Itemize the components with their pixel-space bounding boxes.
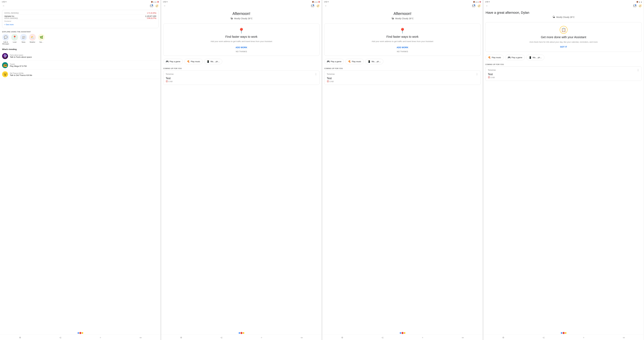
sys-nav-circle-left-1[interactable]: ⊙ <box>18 336 22 339</box>
back-button-4[interactable]: ← <box>485 4 488 8</box>
time-3: 1:52 <box>324 1 327 3</box>
stock-name-goog: Alphabet Inc. <box>4 15 18 17</box>
sys-nav-back-2[interactable]: ◁ <box>220 336 223 339</box>
coming-up-event-3: Test <box>327 77 478 80</box>
status-time-4: 1:50 <box>485 1 490 3</box>
weather-icon-2: 🌤 <box>230 17 233 20</box>
back-button-1[interactable]: ← <box>2 4 5 8</box>
sys-nav-back-4[interactable]: ◁ <box>542 336 545 339</box>
see-more-link[interactable]: + See more <box>4 23 156 27</box>
chip-play-music-2[interactable]: 🍕 Play music <box>184 59 202 64</box>
coming-up-header-2: Tomorrow ⋮ <box>166 73 317 76</box>
nav-icons-right-1: 🧭 <box>150 4 158 8</box>
back-button-2[interactable]: ← <box>163 4 166 8</box>
chip-phone-2[interactable]: 📱 Ma… ph… <box>204 59 222 64</box>
explore-calls[interactable]: 💬 Calls &Messages <box>2 34 9 45</box>
sys-nav-back-1[interactable]: ◁ <box>59 336 62 339</box>
status-dot-4 <box>489 1 490 2</box>
trending-text-space: Facts about space Talk to Facts about sp… <box>10 54 32 58</box>
panel-1: 1:52 🔕 ▲ ▲ 🎯 ← 🧭 <box>0 0 161 340</box>
trending-item-space[interactable]: 🔮 Facts about space Talk to Facts about … <box>0 52 161 61</box>
no-thanks-button-3[interactable]: NO THANKS <box>397 50 408 53</box>
chip-phone-4[interactable]: 📱 Ma… ph… <box>526 55 544 60</box>
g-dot-red-1 <box>79 332 82 334</box>
sys-nav-recents-4[interactable]: ▭ <box>622 336 625 339</box>
sys-nav-home-1[interactable]: ○ <box>99 336 102 339</box>
stock-row-goog: Alphabet Inc. GOOG (NASDAQ) 1,120.87 USD… <box>4 15 156 20</box>
chip-play-music-3[interactable]: 🍕 Play music <box>345 59 364 64</box>
explore-garden[interactable]: 🌿 Gar… <box>38 34 45 45</box>
chip-play-game-2[interactable]: 🎮 Play a game <box>163 59 183 64</box>
add-work-button-2[interactable]: ADD WORK <box>235 46 248 49</box>
assistant-card-desc: And check here for info about your day, … <box>530 41 598 44</box>
coming-up-menu-2[interactable]: ⋮ <box>315 73 317 76</box>
explore-weather[interactable]: ⛅ Weather <box>29 34 36 45</box>
g-dot-blue-4 <box>561 332 562 334</box>
trending-item-thanos[interactable]: 😵 Did Thanos Kill Me Talk to Did Thanos … <box>0 70 161 79</box>
compass-icon-1[interactable]: 🧭 <box>155 4 158 8</box>
inbox-icon-2[interactable] <box>311 4 314 8</box>
trending-thanos-title: Did Thanos Kill Me <box>10 72 32 74</box>
coming-up-header-3: Tomorrow ⋮ <box>327 73 478 76</box>
chip-phone-3[interactable]: 📱 Ma… ph… <box>365 59 383 64</box>
status-icons-4: 🔕 ▲ ▲ <box>636 1 642 3</box>
sys-nav-recents-3[interactable]: ▭ <box>461 336 464 339</box>
sys-nav-circle-left-4[interactable]: ⊙ <box>502 336 505 339</box>
status-dot-3 <box>328 1 328 2</box>
coming-up-event-2: Test <box>166 77 317 80</box>
coming-up-time-4: ⏰ 8 AM <box>488 77 639 79</box>
sys-nav-home-2[interactable]: ○ <box>260 336 263 339</box>
inbox-icon-3[interactable] <box>472 4 475 8</box>
add-work-button-3[interactable]: ADD WORK <box>396 46 409 49</box>
g-dot-yellow-3 <box>404 332 405 334</box>
status-dot-2 <box>166 1 168 2</box>
chip-game-icon-4: 🎮 <box>508 56 510 59</box>
svg-point-1 <box>152 5 153 6</box>
chip-music-label-4: Play music <box>492 56 501 59</box>
stock-row-googl: GOOGL (NASDAQ) 1.71 (0.15%) <box>4 12 156 15</box>
panel-3-content: Afternoon! 🌤 Mostly Cloudy 26°C 📍 Find f… <box>322 9 483 340</box>
g-dot-yellow-2 <box>243 332 244 334</box>
status-time-2: 1:52 <box>163 1 168 3</box>
no-thanks-button-2[interactable]: NO THANKS <box>236 50 247 53</box>
notif-off-icon: 🔕 <box>151 1 153 3</box>
chip-phone-label-3: Ma… ph… <box>372 60 381 63</box>
notif-off-icon-2: 🔕 <box>312 1 314 3</box>
panel-4-content: Have a great afternoon, Dylan 🌤 Mostly C… <box>483 9 644 340</box>
wifi-icon: ▲ <box>153 1 155 3</box>
sys-nav-home-3[interactable]: ○ <box>421 336 424 339</box>
sys-nav-home-4[interactable]: ○ <box>582 336 585 339</box>
disclaimer: Disclaimer <box>4 20 156 23</box>
sys-nav-circle-left-3[interactable]: ⊙ <box>341 336 344 339</box>
wifi-icon-2: ▲ <box>314 1 316 3</box>
sys-nav-recents-1[interactable]: ▭ <box>139 336 142 339</box>
chip-play-game-4[interactable]: 🎮 Play a game <box>505 55 525 60</box>
compass-icon-2[interactable]: 🧭 <box>316 4 320 8</box>
got-it-button[interactable]: GOT IT <box>560 45 568 49</box>
coming-up-menu-3[interactable]: ⋮ <box>476 73 478 76</box>
weather-text-4: Mostly Cloudy 26°C <box>556 16 575 18</box>
sys-nav-back-3[interactable]: ◁ <box>381 336 384 339</box>
compass-icon-4[interactable]: 🧭 <box>638 4 642 8</box>
explore-news[interactable]: 📰 News <box>20 34 27 45</box>
compass-icon-3[interactable]: 🧭 <box>478 4 481 8</box>
inbox-icon-1[interactable] <box>150 4 153 8</box>
sys-nav-recents-2[interactable]: ▭ <box>300 336 303 339</box>
explore-icons: 💬 Calls &Messages 📍 Local 📰 News ⛅ Weath… <box>0 34 161 47</box>
work-card-3: 📍 Find faster ways to work Add your work… <box>324 24 481 56</box>
back-button-3[interactable]: ← <box>324 4 328 8</box>
explore-news-label: News <box>22 41 25 43</box>
work-card-desc-2: Add your work address to get traffic and… <box>211 40 272 43</box>
chip-play-music-4[interactable]: 🍕 Play music <box>485 55 504 60</box>
inbox-icon-4[interactable] <box>633 4 636 8</box>
coming-up-menu-4[interactable]: ⋮ <box>637 69 639 72</box>
sys-nav-circle-left-2[interactable]: ⊙ <box>180 336 183 339</box>
chip-game-icon-3: 🎮 <box>327 60 330 63</box>
explore-local[interactable]: 📍 Local <box>11 34 18 45</box>
nav-icons-right-4: 🧭 <box>633 4 642 8</box>
work-card-title-3: Find faster ways to work <box>386 35 418 39</box>
status-icons-2: 🔕 ▲ ▲ 🎯 <box>312 1 320 3</box>
notif-off-icon-4: 🔕 <box>636 1 638 3</box>
chip-play-game-3[interactable]: 🎮 Play a game <box>324 59 344 64</box>
trending-item-tunein[interactable]: 📻 TuneIn Play Mega 97.9 FM <box>0 61 161 70</box>
